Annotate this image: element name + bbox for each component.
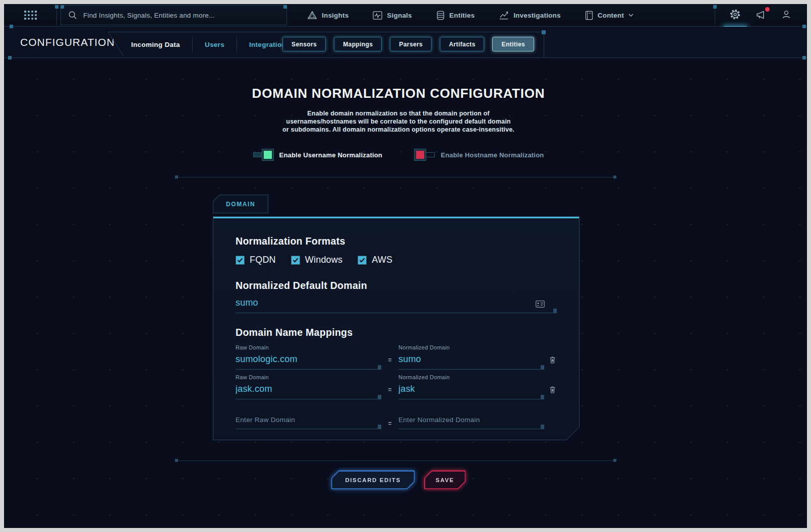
raw-domain-input[interactable] [236, 352, 381, 369]
username-normalization-toggle-row: Enable Username Normalization [253, 149, 382, 161]
toggle-label: Enable Username Normalization [279, 151, 382, 159]
section-mappings-button[interactable]: Mappings [334, 37, 382, 51]
checkbox-checked-icon [358, 256, 367, 265]
default-domain-field-wrap [236, 295, 557, 313]
normalization-formats-heading: Normalization Formats [236, 235, 557, 247]
new-normalized-domain-input[interactable] [398, 412, 544, 429]
formats-checkbox-group: FQDN Windows AWS [236, 255, 557, 265]
field-underline [398, 352, 544, 370]
trash-icon [549, 386, 556, 395]
normalized-domain-input[interactable] [398, 352, 544, 369]
checkbox-fqdn[interactable]: FQDN [236, 255, 276, 265]
raw-domain-column: Raw Domain [236, 374, 381, 399]
delete-mapping-button[interactable] [549, 356, 556, 366]
section-sensors-button[interactable]: Sensors [282, 37, 326, 51]
signals-pulse-icon [373, 11, 382, 20]
page-title: CONFIGURATION [20, 27, 115, 57]
raw-domain-column: Raw Domain [236, 344, 381, 370]
username-normalization-toggle[interactable] [253, 149, 273, 161]
save-button[interactable]: SAVE [424, 470, 466, 489]
tab-incoming-data[interactable]: Incoming Data [130, 41, 181, 48]
checkbox-label: FQDN [250, 255, 276, 265]
nav-label: Insights [322, 12, 349, 19]
toggle-knob-off [415, 149, 426, 160]
checkbox-aws[interactable]: AWS [358, 255, 392, 265]
hostname-normalization-toggle[interactable] [415, 149, 435, 161]
section-parsers-button[interactable]: Parsers [390, 37, 432, 51]
nav-insights[interactable]: Insights [304, 10, 352, 20]
chevron-down-icon [628, 14, 633, 17]
nav-label: Entities [449, 12, 475, 19]
discard-edits-label: DISCARD EDITS [332, 471, 414, 489]
content-book-icon [585, 11, 593, 20]
domain-panel-inner: Normalization Formats FQDN W [213, 217, 579, 440]
toggle-label: Enable Hostname Normalization [441, 151, 544, 159]
notification-dot [765, 7, 770, 12]
new-raw-domain-input[interactable] [236, 412, 381, 429]
field-underline [236, 382, 381, 399]
raw-domain-column [236, 412, 381, 429]
checkbox-checked-icon [291, 256, 300, 265]
trash-icon [549, 356, 556, 366]
normalized-domain-label: Normalized Domain [398, 374, 544, 380]
domain-panel-wrap: DOMAIN Normalization Formats FQDN [213, 178, 580, 440]
toggle-knob-on [262, 149, 273, 160]
topbar-separator-right [715, 5, 715, 25]
tab-users[interactable]: Users [204, 41, 225, 48]
entities-stack-icon [436, 11, 445, 20]
field-underline [398, 382, 544, 399]
search-input[interactable] [82, 11, 286, 20]
description-line: or subdomains. All domain normalization … [4, 126, 800, 134]
nav-label: Investigations [513, 12, 561, 19]
section-entities-button[interactable]: Entities [492, 37, 534, 51]
topbar-right-icons [715, 4, 807, 26]
account-button[interactable] [780, 8, 793, 23]
field-underline [236, 412, 381, 429]
domain-panel: Normalization Formats FQDN W [213, 216, 580, 440]
nav-signals[interactable]: Signals [370, 11, 415, 20]
app-root: Insights Signals Entities Investigations [4, 4, 807, 528]
delete-mapping-button[interactable] [549, 386, 556, 395]
equals-sign: = [381, 374, 398, 399]
megaphone-icon [755, 9, 767, 22]
search-icon [68, 11, 77, 20]
config-header: CONFIGURATION Incoming Data Users Integr… [4, 27, 807, 58]
hostname-normalization-toggle-row: Enable Hostname Normalization [415, 149, 544, 161]
default-domain-heading: Normalized Default Domain [236, 280, 557, 291]
search-box[interactable] [61, 5, 287, 25]
domain-tab[interactable]: DOMAIN [213, 195, 268, 213]
field-underline [236, 352, 381, 370]
new-mapping-row: = [236, 412, 557, 429]
description-line: Enable domain normalization so that the … [4, 109, 800, 117]
nav-entities[interactable]: Entities [433, 10, 478, 21]
nav-content[interactable]: Content [582, 10, 636, 21]
normalized-domain-column [398, 412, 544, 429]
domain-normalization-title: DOMAIN NORMALIZATION CONFIGURATION [4, 86, 800, 101]
nav-investigations[interactable]: Investigations [496, 10, 564, 20]
equals-sign: = [381, 412, 398, 429]
section-artifacts-button[interactable]: Artifacts [440, 37, 484, 51]
app-launcher-button[interactable] [4, 4, 56, 26]
toggle-row: Enable Username Normalization Enable Hos… [4, 149, 800, 161]
field-underline [398, 412, 544, 429]
nav-label: Signals [387, 12, 412, 19]
description-line: usernames/hostnames will be correlate to… [4, 117, 800, 126]
main-nav: Insights Signals Entities Investigations [304, 10, 636, 21]
settings-button[interactable] [728, 8, 742, 23]
notifications-button[interactable] [754, 8, 768, 23]
raw-domain-label: Raw Domain [236, 344, 381, 350]
window-frame: Insights Signals Entities Investigations [0, 0, 811, 532]
contact-card-icon [536, 301, 545, 308]
raw-domain-input[interactable] [236, 382, 381, 399]
normalized-domain-column: Normalized Domain [398, 374, 544, 399]
normalized-domain-label: Normalized Domain [398, 344, 544, 350]
normalized-domain-input[interactable] [398, 382, 544, 399]
checkbox-windows[interactable]: Windows [291, 255, 342, 265]
checkbox-label: AWS [372, 255, 392, 265]
discard-edits-button[interactable]: DISCARD EDITS [331, 470, 415, 489]
section-buttons: Sensors Mappings Parsers Artifacts Entit… [282, 37, 534, 51]
mapping-row: Raw Domain = Normalized Domain [236, 374, 557, 399]
default-domain-input[interactable] [236, 295, 557, 313]
main-content: DOMAIN NORMALIZATION CONFIGURATION Enabl… [4, 58, 807, 528]
nav-label: Content [598, 12, 624, 19]
